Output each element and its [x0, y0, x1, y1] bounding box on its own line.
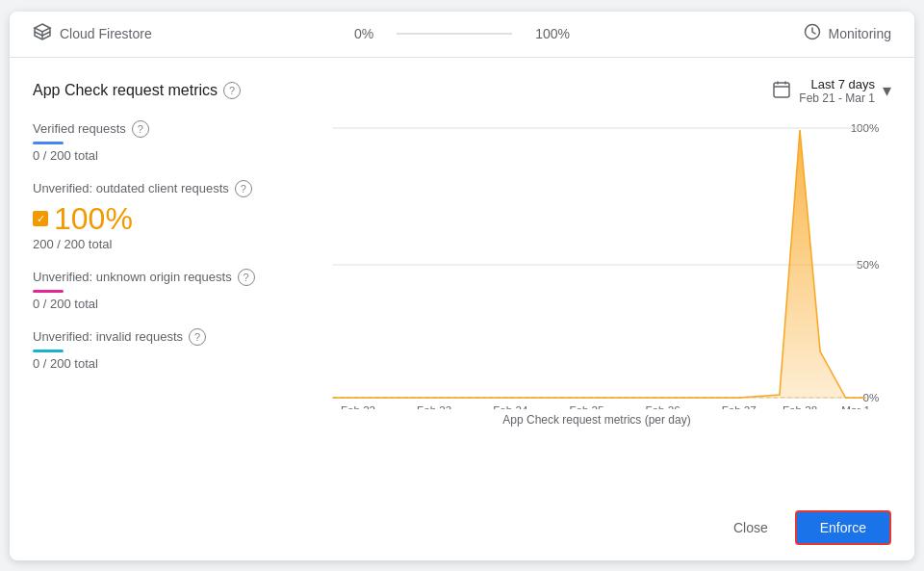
- date-range-sub: Feb 21 - Mar 1: [799, 91, 875, 105]
- top-bar: Cloud Firestore 0% 100% Monitoring: [10, 12, 914, 58]
- unknown-value: 0 / 200 total: [33, 297, 302, 311]
- percent-100: 100%: [535, 26, 570, 41]
- clock-icon: [804, 23, 821, 44]
- metrics-title-text: App Check request metrics: [33, 82, 218, 99]
- metric-outdated-percent: 100%: [33, 201, 302, 237]
- metrics-help-icon[interactable]: ?: [223, 82, 241, 99]
- monitoring-label: Monitoring: [829, 26, 891, 41]
- date-picker-text: Last 7 days Feb 21 - Mar 1: [799, 77, 875, 105]
- outdated-value: 200 / 200 total: [33, 237, 302, 251]
- svg-text:Mar 1: Mar 1: [841, 404, 870, 409]
- percent-section: 0% 100%: [319, 26, 604, 41]
- chart-container: 100% 50% 0% Feb 22 Feb 23 Feb 24 Feb 25 …: [302, 120, 891, 409]
- metric-outdated-label: Unverified: outdated client requests ?: [33, 180, 302, 197]
- service-section: Cloud Firestore: [33, 23, 319, 45]
- svg-rect-1: [774, 83, 789, 97]
- monitoring-section: Monitoring: [605, 23, 891, 44]
- calendar-icon: [772, 80, 791, 102]
- invalid-label-text: Unverified: invalid requests: [33, 329, 183, 344]
- svg-marker-16: [333, 130, 866, 398]
- unknown-line: [33, 290, 64, 293]
- enforce-button[interactable]: Enforce: [795, 510, 891, 545]
- invalid-help-icon[interactable]: ?: [189, 328, 206, 346]
- body-layout: Verified requests ? 0 / 200 total Unveri…: [33, 120, 891, 494]
- date-picker[interactable]: Last 7 days Feb 21 - Mar 1 ▾: [772, 77, 891, 105]
- metrics-list: Verified requests ? 0 / 200 total Unveri…: [33, 120, 302, 494]
- main-content: App Check request metrics ? Last 7 days …: [10, 58, 914, 494]
- metric-verified-label: Verified requests ?: [33, 120, 302, 138]
- metrics-title: App Check request metrics ?: [33, 82, 241, 99]
- outdated-percent-text: 100%: [54, 201, 133, 237]
- verified-line: [33, 142, 64, 144]
- unknown-label-text: Unverified: unknown origin requests: [33, 270, 232, 284]
- metric-invalid-label: Unverified: invalid requests ?: [33, 328, 302, 346]
- metrics-header: App Check request metrics ? Last 7 days …: [33, 77, 891, 105]
- metric-unknown-label: Unverified: unknown origin requests ?: [33, 269, 302, 286]
- outdated-checkbox[interactable]: [33, 211, 48, 226]
- percent-0: 0%: [354, 26, 373, 41]
- service-label: Cloud Firestore: [60, 26, 152, 41]
- invalid-line: [33, 350, 64, 352]
- metric-invalid: Unverified: invalid requests ? 0 / 200 t…: [33, 328, 302, 371]
- chart-svg: 100% 50% 0% Feb 22 Feb 23 Feb 24 Feb 25 …: [302, 120, 891, 409]
- svg-text:Feb 22: Feb 22: [341, 404, 375, 409]
- verified-value: 0 / 200 total: [33, 148, 302, 163]
- outdated-help-icon[interactable]: ?: [235, 180, 252, 197]
- verified-help-icon[interactable]: ?: [132, 120, 149, 138]
- dropdown-arrow-icon: ▾: [883, 80, 891, 101]
- chart-xlabel: App Check request metrics (per day): [302, 413, 891, 427]
- verified-label-text: Verified requests: [33, 121, 126, 136]
- metric-outdated: Unverified: outdated client requests ? 1…: [33, 180, 302, 251]
- outdated-label-text: Unverified: outdated client requests: [33, 181, 229, 195]
- metric-unknown: Unverified: unknown origin requests ? 0 …: [33, 269, 302, 311]
- svg-text:Feb 26: Feb 26: [646, 404, 680, 409]
- metric-verified: Verified requests ? 0 / 200 total: [33, 120, 302, 163]
- chart-area: 100% 50% 0% Feb 22 Feb 23 Feb 24 Feb 25 …: [302, 120, 891, 494]
- svg-text:Feb 24: Feb 24: [493, 404, 527, 409]
- dialog: Cloud Firestore 0% 100% Monitoring App C…: [10, 12, 914, 560]
- close-button[interactable]: Close: [718, 512, 783, 543]
- svg-text:Feb 25: Feb 25: [569, 404, 603, 409]
- date-range-label: Last 7 days: [799, 77, 875, 91]
- svg-text:Feb 28: Feb 28: [783, 404, 817, 409]
- firestore-icon: [33, 23, 52, 45]
- footer: Close Enforce: [10, 494, 914, 560]
- invalid-value: 0 / 200 total: [33, 356, 302, 371]
- unknown-help-icon[interactable]: ?: [238, 269, 255, 286]
- svg-text:Feb 23: Feb 23: [417, 404, 451, 409]
- svg-text:Feb 27: Feb 27: [722, 404, 757, 409]
